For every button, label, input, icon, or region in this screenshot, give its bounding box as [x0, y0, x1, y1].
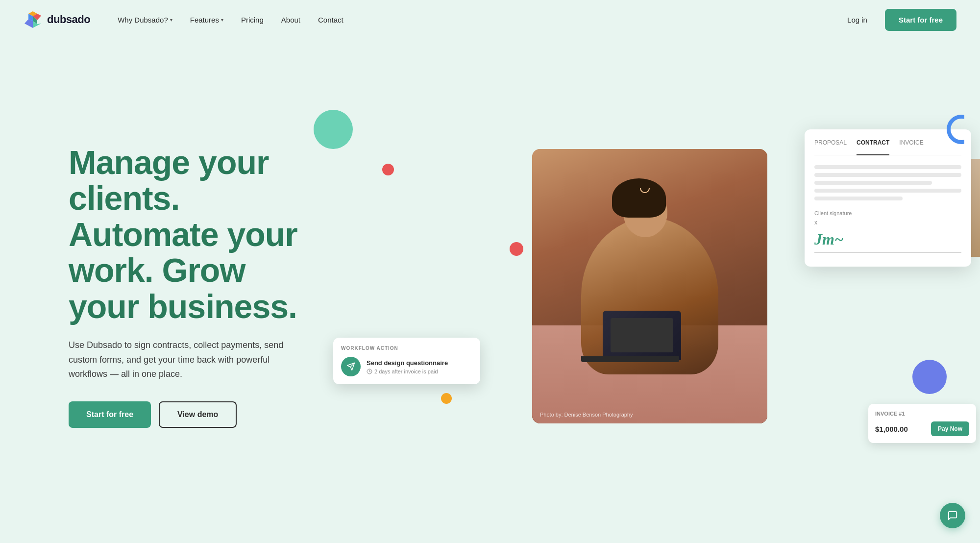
signature-text: Jm~ — [814, 228, 961, 250]
workflow-action-name: Send design questionnaire — [367, 359, 448, 367]
workflow-card-title: WORKFLOW ACTION — [341, 346, 472, 351]
nav-item-why-dubsado[interactable]: Why Dubsado? ▾ — [110, 12, 180, 28]
nav-item-pricing[interactable]: Pricing — [233, 12, 271, 28]
invoice-row: $1,000.00 Pay Now — [875, 421, 969, 436]
signature-x: x — [814, 219, 961, 226]
invoice-card: INVOICE #1 $1,000.00 Pay Now — [868, 404, 976, 443]
workflow-action: Send design questionnaire 2 days after i… — [341, 357, 472, 376]
orange-circle-decoration — [441, 393, 452, 404]
view-demo-button[interactable]: View demo — [159, 401, 237, 428]
pay-now-button[interactable]: Pay Now — [931, 421, 969, 436]
red-circle-decoration — [382, 164, 394, 175]
contract-card: PROPOSAL CONTRACT INVOICE Client signatu… — [805, 129, 971, 267]
start-free-nav-button[interactable]: Start for free — [885, 9, 956, 31]
navbar-right: Log in Start for free — [839, 9, 956, 31]
contract-line-5 — [814, 197, 903, 200]
workflow-send-icon — [341, 357, 361, 376]
hero-right: PROPOSAL CONTRACT INVOICE Client signatu… — [343, 139, 956, 433]
laptop-screen — [603, 311, 681, 360]
contract-line-2 — [814, 173, 961, 177]
chat-icon — [947, 510, 958, 521]
contract-line-4 — [814, 189, 961, 193]
contract-tabs: PROPOSAL CONTRACT INVOICE — [814, 139, 961, 155]
blue-circle-decoration — [912, 360, 947, 394]
workflow-details: Send design questionnaire 2 days after i… — [367, 359, 448, 374]
navbar: dubsado Why Dubsado? ▾ Features ▾ Pricin… — [0, 0, 980, 39]
teal-circle-decoration — [314, 110, 353, 149]
workflow-card: WORKFLOW ACTION Send design questionnair… — [333, 338, 480, 384]
chat-button[interactable] — [940, 503, 965, 528]
red-dot-decoration — [510, 242, 523, 256]
nav-item-features[interactable]: Features ▾ — [182, 12, 231, 28]
navbar-nav: Why Dubsado? ▾ Features ▾ Pricing About … — [110, 12, 839, 28]
chevron-down-icon: ▾ — [170, 17, 172, 23]
invoice-amount: $1,000.00 — [875, 425, 908, 433]
chevron-down-icon: ▾ — [221, 17, 223, 23]
invoice-title: INVOICE #1 — [875, 411, 969, 417]
hero-section: Manage your clients. Automate your work.… — [0, 39, 980, 543]
invoice-tab[interactable]: INVOICE — [899, 139, 923, 150]
hero-photo: Photo by: Denise Benson Photography — [532, 149, 767, 423]
laptop-base — [581, 356, 679, 362]
start-free-hero-button[interactable]: Start for free — [69, 401, 151, 428]
signature-area: x Jm~ — [814, 219, 961, 253]
logo-link[interactable]: dubsado — [24, 10, 90, 29]
signature-label: Client signature — [814, 210, 961, 216]
login-button[interactable]: Log in — [839, 12, 875, 28]
nav-item-contact[interactable]: Contact — [310, 12, 351, 28]
contract-tab[interactable]: CONTRACT — [857, 139, 889, 155]
hero-buttons: Start for free View demo — [69, 401, 323, 428]
contract-line-1 — [814, 165, 961, 169]
hero-headline: Manage your clients. Automate your work.… — [69, 145, 323, 324]
person-hair — [612, 178, 666, 218]
nav-item-about[interactable]: About — [273, 12, 308, 28]
proposal-tab[interactable]: PROPOSAL — [814, 139, 847, 150]
logo-icon — [24, 10, 42, 29]
workflow-action-time: 2 days after invoice is paid — [367, 369, 448, 374]
hero-left: Manage your clients. Automate your work.… — [69, 145, 323, 428]
logo-text: dubsado — [47, 13, 90, 26]
photo-credit: Photo by: Denise Benson Photography — [540, 412, 633, 418]
clock-icon — [367, 369, 372, 374]
contract-line-3 — [814, 181, 932, 185]
hero-subtext: Use Dubsado to sign contracts, collect p… — [69, 338, 304, 382]
arc-decoration — [947, 115, 976, 144]
contract-lines — [814, 165, 961, 200]
